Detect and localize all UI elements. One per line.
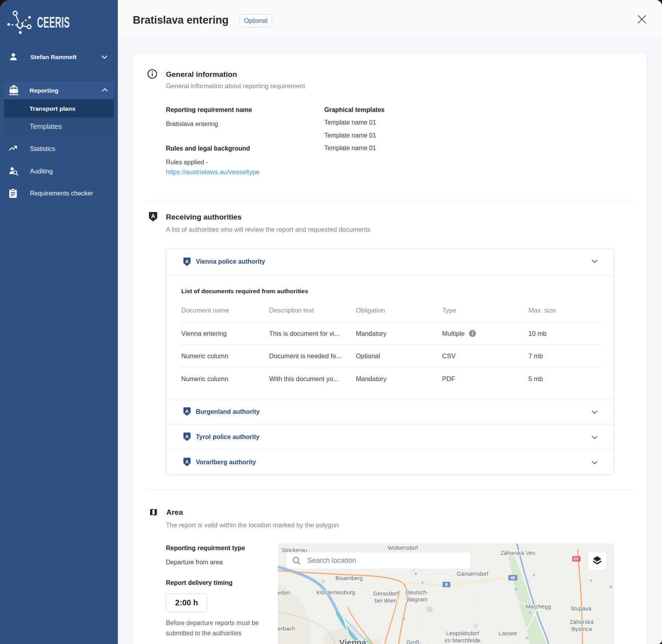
svg-text:A: A (185, 459, 189, 465)
svg-text:49: 49 (510, 575, 515, 580)
svg-text:A: A (185, 259, 189, 264)
svg-text:Lassee: Lassee (499, 630, 517, 637)
svg-text:Search location: Search location (307, 557, 356, 564)
svg-text:Leopoldsdorf: Leopoldsdorf (446, 630, 480, 637)
svg-text:Deutsch-: Deutsch- (405, 589, 428, 596)
svg-text:erbach: erbach (278, 625, 295, 632)
svg-text:A: A (151, 213, 155, 219)
svg-text:im Marchfelde: im Marchfelde (444, 637, 480, 644)
svg-text:A: A (185, 434, 189, 439)
svg-text:Marchegg: Marchegg (526, 603, 551, 610)
svg-text:Groß-: Groß- (406, 639, 421, 644)
svg-text:Bystrica: Bystrica (571, 626, 592, 632)
svg-text:Vienna: Vienna (339, 638, 366, 644)
svg-text:Záhorská Ves: Záhorská Ves (500, 550, 536, 556)
svg-text:Gerasdorf: Gerasdorf (373, 590, 399, 597)
svg-text:Bisamberg: Bisamberg (335, 575, 363, 581)
svg-text:8: 8 (445, 582, 448, 587)
svg-text:Wolkersdorf: Wolkersdorf (387, 545, 418, 551)
svg-text:Klosterneuburg: Klosterneuburg (316, 589, 355, 596)
svg-text:A: A (185, 408, 189, 414)
svg-text:Gänserndorf: Gänserndorf (457, 571, 489, 577)
svg-text:D2: D2 (573, 557, 579, 561)
svg-text:bei Wien: bei Wien (375, 597, 397, 604)
svg-text:etten: etten (278, 590, 290, 596)
svg-text:Stupava: Stupava (570, 605, 591, 612)
svg-text:Wagram: Wagram (406, 596, 428, 603)
svg-text:Záhorská: Záhorská (570, 619, 594, 625)
